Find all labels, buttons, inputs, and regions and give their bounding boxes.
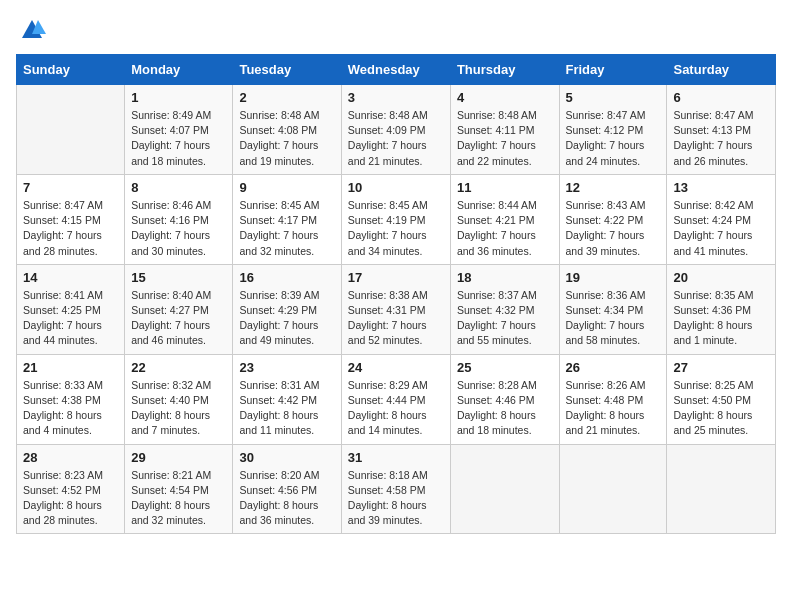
day-info: Sunrise: 8:21 AMSunset: 4:54 PMDaylight:… xyxy=(131,468,226,529)
calendar-cell: 28Sunrise: 8:23 AMSunset: 4:52 PMDayligh… xyxy=(17,444,125,534)
calendar-cell: 15Sunrise: 8:40 AMSunset: 4:27 PMDayligh… xyxy=(125,264,233,354)
calendar-cell: 9Sunrise: 8:45 AMSunset: 4:17 PMDaylight… xyxy=(233,174,341,264)
day-info: Sunrise: 8:20 AMSunset: 4:56 PMDaylight:… xyxy=(239,468,334,529)
day-info: Sunrise: 8:26 AMSunset: 4:48 PMDaylight:… xyxy=(566,378,661,439)
header xyxy=(16,16,776,44)
day-number: 4 xyxy=(457,90,553,105)
day-info: Sunrise: 8:29 AMSunset: 4:44 PMDaylight:… xyxy=(348,378,444,439)
logo-icon xyxy=(18,16,46,44)
weekday-header-monday: Monday xyxy=(125,55,233,85)
calendar-cell: 10Sunrise: 8:45 AMSunset: 4:19 PMDayligh… xyxy=(341,174,450,264)
day-number: 7 xyxy=(23,180,118,195)
calendar-cell: 24Sunrise: 8:29 AMSunset: 4:44 PMDayligh… xyxy=(341,354,450,444)
day-info: Sunrise: 8:47 AMSunset: 4:15 PMDaylight:… xyxy=(23,198,118,259)
calendar-cell xyxy=(17,85,125,175)
day-info: Sunrise: 8:45 AMSunset: 4:17 PMDaylight:… xyxy=(239,198,334,259)
day-number: 3 xyxy=(348,90,444,105)
day-number: 14 xyxy=(23,270,118,285)
day-number: 12 xyxy=(566,180,661,195)
day-info: Sunrise: 8:43 AMSunset: 4:22 PMDaylight:… xyxy=(566,198,661,259)
day-info: Sunrise: 8:23 AMSunset: 4:52 PMDaylight:… xyxy=(23,468,118,529)
calendar-cell: 21Sunrise: 8:33 AMSunset: 4:38 PMDayligh… xyxy=(17,354,125,444)
calendar-cell: 23Sunrise: 8:31 AMSunset: 4:42 PMDayligh… xyxy=(233,354,341,444)
calendar-cell: 26Sunrise: 8:26 AMSunset: 4:48 PMDayligh… xyxy=(559,354,667,444)
calendar-cell: 16Sunrise: 8:39 AMSunset: 4:29 PMDayligh… xyxy=(233,264,341,354)
day-number: 6 xyxy=(673,90,769,105)
calendar-cell: 3Sunrise: 8:48 AMSunset: 4:09 PMDaylight… xyxy=(341,85,450,175)
weekday-header-row: SundayMondayTuesdayWednesdayThursdayFrid… xyxy=(17,55,776,85)
week-row-1: 1Sunrise: 8:49 AMSunset: 4:07 PMDaylight… xyxy=(17,85,776,175)
calendar-cell: 18Sunrise: 8:37 AMSunset: 4:32 PMDayligh… xyxy=(450,264,559,354)
day-number: 30 xyxy=(239,450,334,465)
calendar: SundayMondayTuesdayWednesdayThursdayFrid… xyxy=(16,54,776,534)
calendar-cell: 30Sunrise: 8:20 AMSunset: 4:56 PMDayligh… xyxy=(233,444,341,534)
day-info: Sunrise: 8:44 AMSunset: 4:21 PMDaylight:… xyxy=(457,198,553,259)
calendar-cell: 1Sunrise: 8:49 AMSunset: 4:07 PMDaylight… xyxy=(125,85,233,175)
day-number: 2 xyxy=(239,90,334,105)
calendar-cell: 2Sunrise: 8:48 AMSunset: 4:08 PMDaylight… xyxy=(233,85,341,175)
day-number: 19 xyxy=(566,270,661,285)
day-info: Sunrise: 8:35 AMSunset: 4:36 PMDaylight:… xyxy=(673,288,769,349)
calendar-cell: 19Sunrise: 8:36 AMSunset: 4:34 PMDayligh… xyxy=(559,264,667,354)
day-number: 31 xyxy=(348,450,444,465)
day-number: 26 xyxy=(566,360,661,375)
day-number: 28 xyxy=(23,450,118,465)
week-row-2: 7Sunrise: 8:47 AMSunset: 4:15 PMDaylight… xyxy=(17,174,776,264)
calendar-cell: 4Sunrise: 8:48 AMSunset: 4:11 PMDaylight… xyxy=(450,85,559,175)
day-number: 21 xyxy=(23,360,118,375)
day-info: Sunrise: 8:28 AMSunset: 4:46 PMDaylight:… xyxy=(457,378,553,439)
day-number: 10 xyxy=(348,180,444,195)
day-info: Sunrise: 8:48 AMSunset: 4:09 PMDaylight:… xyxy=(348,108,444,169)
day-info: Sunrise: 8:47 AMSunset: 4:13 PMDaylight:… xyxy=(673,108,769,169)
day-info: Sunrise: 8:48 AMSunset: 4:08 PMDaylight:… xyxy=(239,108,334,169)
day-number: 25 xyxy=(457,360,553,375)
calendar-cell: 6Sunrise: 8:47 AMSunset: 4:13 PMDaylight… xyxy=(667,85,776,175)
logo xyxy=(16,16,46,44)
day-info: Sunrise: 8:48 AMSunset: 4:11 PMDaylight:… xyxy=(457,108,553,169)
calendar-cell: 25Sunrise: 8:28 AMSunset: 4:46 PMDayligh… xyxy=(450,354,559,444)
weekday-header-wednesday: Wednesday xyxy=(341,55,450,85)
calendar-cell: 11Sunrise: 8:44 AMSunset: 4:21 PMDayligh… xyxy=(450,174,559,264)
day-info: Sunrise: 8:39 AMSunset: 4:29 PMDaylight:… xyxy=(239,288,334,349)
day-info: Sunrise: 8:45 AMSunset: 4:19 PMDaylight:… xyxy=(348,198,444,259)
weekday-header-sunday: Sunday xyxy=(17,55,125,85)
day-info: Sunrise: 8:46 AMSunset: 4:16 PMDaylight:… xyxy=(131,198,226,259)
week-row-3: 14Sunrise: 8:41 AMSunset: 4:25 PMDayligh… xyxy=(17,264,776,354)
day-info: Sunrise: 8:18 AMSunset: 4:58 PMDaylight:… xyxy=(348,468,444,529)
day-number: 22 xyxy=(131,360,226,375)
day-number: 1 xyxy=(131,90,226,105)
weekday-header-saturday: Saturday xyxy=(667,55,776,85)
day-number: 11 xyxy=(457,180,553,195)
calendar-cell: 8Sunrise: 8:46 AMSunset: 4:16 PMDaylight… xyxy=(125,174,233,264)
calendar-cell: 12Sunrise: 8:43 AMSunset: 4:22 PMDayligh… xyxy=(559,174,667,264)
day-number: 24 xyxy=(348,360,444,375)
day-info: Sunrise: 8:40 AMSunset: 4:27 PMDaylight:… xyxy=(131,288,226,349)
day-info: Sunrise: 8:38 AMSunset: 4:31 PMDaylight:… xyxy=(348,288,444,349)
day-number: 9 xyxy=(239,180,334,195)
calendar-cell: 17Sunrise: 8:38 AMSunset: 4:31 PMDayligh… xyxy=(341,264,450,354)
day-info: Sunrise: 8:31 AMSunset: 4:42 PMDaylight:… xyxy=(239,378,334,439)
day-info: Sunrise: 8:41 AMSunset: 4:25 PMDaylight:… xyxy=(23,288,118,349)
day-number: 13 xyxy=(673,180,769,195)
week-row-5: 28Sunrise: 8:23 AMSunset: 4:52 PMDayligh… xyxy=(17,444,776,534)
calendar-cell xyxy=(450,444,559,534)
day-info: Sunrise: 8:36 AMSunset: 4:34 PMDaylight:… xyxy=(566,288,661,349)
calendar-cell: 22Sunrise: 8:32 AMSunset: 4:40 PMDayligh… xyxy=(125,354,233,444)
calendar-cell: 20Sunrise: 8:35 AMSunset: 4:36 PMDayligh… xyxy=(667,264,776,354)
calendar-cell: 14Sunrise: 8:41 AMSunset: 4:25 PMDayligh… xyxy=(17,264,125,354)
day-number: 29 xyxy=(131,450,226,465)
calendar-cell: 7Sunrise: 8:47 AMSunset: 4:15 PMDaylight… xyxy=(17,174,125,264)
day-info: Sunrise: 8:25 AMSunset: 4:50 PMDaylight:… xyxy=(673,378,769,439)
day-number: 16 xyxy=(239,270,334,285)
day-info: Sunrise: 8:33 AMSunset: 4:38 PMDaylight:… xyxy=(23,378,118,439)
day-info: Sunrise: 8:37 AMSunset: 4:32 PMDaylight:… xyxy=(457,288,553,349)
day-number: 18 xyxy=(457,270,553,285)
day-number: 8 xyxy=(131,180,226,195)
weekday-header-friday: Friday xyxy=(559,55,667,85)
day-number: 5 xyxy=(566,90,661,105)
weekday-header-thursday: Thursday xyxy=(450,55,559,85)
day-info: Sunrise: 8:49 AMSunset: 4:07 PMDaylight:… xyxy=(131,108,226,169)
week-row-4: 21Sunrise: 8:33 AMSunset: 4:38 PMDayligh… xyxy=(17,354,776,444)
calendar-cell: 27Sunrise: 8:25 AMSunset: 4:50 PMDayligh… xyxy=(667,354,776,444)
day-info: Sunrise: 8:32 AMSunset: 4:40 PMDaylight:… xyxy=(131,378,226,439)
